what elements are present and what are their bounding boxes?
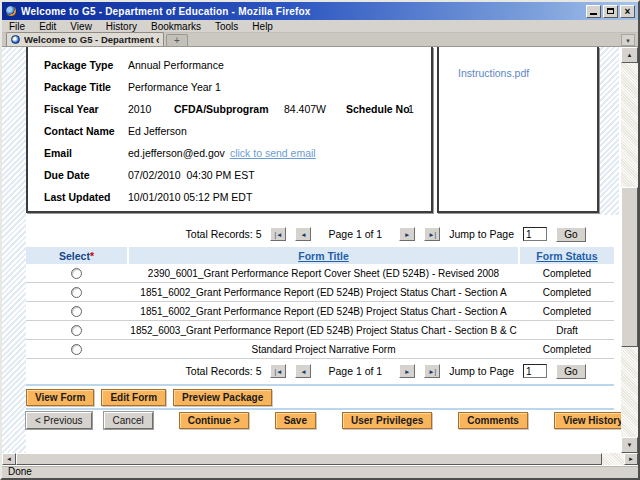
page-indicator: Page 1 of 1 xyxy=(328,228,382,240)
due-date-value: 07/02/2010 04:30 PM EST xyxy=(128,169,255,183)
package-title-value: Performance Year 1 xyxy=(128,81,221,95)
view-form-button[interactable]: View Form xyxy=(26,389,94,406)
page-actions-row: < Previous Cancel Continue > Save User P… xyxy=(26,412,632,429)
first-page-icon: |◄ xyxy=(274,231,282,238)
fiscal-year-value: 2010 xyxy=(128,103,174,117)
comments-button[interactable]: Comments xyxy=(458,412,528,429)
row-radio-button[interactable] xyxy=(71,344,82,355)
instructions-pdf-link[interactable]: Instructions.pdf xyxy=(458,67,529,79)
go-button[interactable]: Go xyxy=(556,227,586,242)
jump-to-page-input[interactable] xyxy=(523,227,547,241)
previous-button[interactable]: < Previous xyxy=(26,412,92,429)
prev-page-icon: ◄ xyxy=(300,368,306,375)
menu-edit[interactable]: Edit xyxy=(32,20,63,33)
last-page-icon: ►| xyxy=(428,368,436,375)
user-privileges-button[interactable]: User Privileges xyxy=(342,412,432,429)
menu-file[interactable]: File xyxy=(6,20,32,33)
tab-bar: Welcome to G5 - Department of Edu... + ▾ xyxy=(2,33,638,47)
globe-favicon-icon xyxy=(11,35,20,44)
row-radio-button[interactable] xyxy=(71,268,82,279)
cfda-label: CFDA/Subprogram xyxy=(174,103,284,117)
continue-button[interactable]: Continue > xyxy=(179,412,249,429)
jump-to-page-label: Jump to Page xyxy=(449,228,514,240)
last-page-icon: ►| xyxy=(428,231,436,238)
form-status-cell: Draft xyxy=(520,325,614,336)
row-radio-button[interactable] xyxy=(71,306,82,317)
first-page-button[interactable]: |◄ xyxy=(270,227,286,241)
first-page-icon: |◄ xyxy=(274,368,282,375)
form-status-cell: Completed xyxy=(520,344,614,355)
scroll-right-button[interactable]: ► xyxy=(624,453,638,465)
preview-package-button[interactable]: Preview Package xyxy=(173,389,272,406)
first-page-button[interactable]: |◄ xyxy=(270,364,286,378)
table-row: Standard Project Narrative Form Complete… xyxy=(26,340,614,359)
horizontal-scrollbar[interactable]: ◄ ► xyxy=(2,453,638,465)
go-button[interactable]: Go xyxy=(556,364,586,379)
next-page-button[interactable]: ► xyxy=(399,227,415,241)
right-margin-pattern xyxy=(599,47,619,215)
jump-to-page-input[interactable] xyxy=(523,364,547,378)
form-title-sort-link[interactable]: Form Title xyxy=(298,250,349,262)
arrow-left-icon: ◄ xyxy=(6,456,12,462)
restore-button[interactable] xyxy=(603,5,618,18)
total-records-label: Total Records: 5 xyxy=(186,365,262,377)
row-radio-button[interactable] xyxy=(71,325,82,336)
last-page-button[interactable]: ►| xyxy=(424,364,440,378)
cancel-button[interactable]: Cancel xyxy=(104,412,153,429)
schedule-no-label: Schedule No xyxy=(346,103,408,117)
close-button[interactable]: × xyxy=(620,5,635,18)
email-label: Email xyxy=(44,147,128,161)
form-status-cell: Completed xyxy=(520,306,614,317)
select-header-label: Select xyxy=(59,250,90,262)
scroll-left-button[interactable]: ◄ xyxy=(2,453,16,465)
prev-page-button[interactable]: ◄ xyxy=(295,364,311,378)
last-updated-value: 10/01/2010 05:12 PM EDT xyxy=(128,191,252,205)
last-page-button[interactable]: ►| xyxy=(424,227,440,241)
table-row: 1852_6003_Grant Performance Report (ED 5… xyxy=(26,321,614,340)
plus-icon: + xyxy=(174,35,180,46)
contact-name-value: Ed Jefferson xyxy=(128,125,187,139)
new-tab-button[interactable]: + xyxy=(166,34,188,46)
schedule-no-value: 1 xyxy=(408,103,414,117)
form-status-sort-link[interactable]: Form Status xyxy=(536,250,597,262)
tab-welcome-g5[interactable]: Welcome to G5 - Department of Edu... xyxy=(6,32,164,46)
scroll-down-button[interactable]: ▼ xyxy=(621,437,638,453)
jump-to-page-label: Jump to Page xyxy=(449,365,514,377)
menu-history[interactable]: History xyxy=(99,20,144,33)
table-row: 1851_6002_Grant Performance Report (ED 5… xyxy=(26,283,614,302)
scroll-up-button[interactable]: ▲ xyxy=(621,47,638,63)
cfda-value: 84.407W xyxy=(284,103,346,117)
send-email-link[interactable]: click to send email xyxy=(230,147,316,161)
row-radio-button[interactable] xyxy=(71,287,82,298)
contact-name-row: Contact Name Ed Jefferson xyxy=(44,125,425,139)
next-page-icon: ► xyxy=(404,368,410,375)
next-page-button[interactable]: ► xyxy=(399,364,415,378)
table-row: 1851_6002_Grant Performance Report (ED 5… xyxy=(26,302,614,321)
menu-tools[interactable]: Tools xyxy=(208,20,245,33)
package-title-label: Package Title xyxy=(44,81,128,95)
vertical-scroll-thumb[interactable] xyxy=(621,187,638,347)
window-title: Welcome to G5 - Department of Education … xyxy=(21,6,586,17)
horizontal-scroll-thumb[interactable] xyxy=(16,453,602,465)
total-records-label: Total Records: 5 xyxy=(186,228,262,240)
menu-help[interactable]: Help xyxy=(245,20,280,33)
prev-page-button[interactable]: ◄ xyxy=(295,227,311,241)
package-title-row: Package Title Performance Year 1 xyxy=(44,81,425,95)
last-updated-label: Last Updated xyxy=(44,191,128,205)
edit-form-button[interactable]: Edit Form xyxy=(101,389,166,406)
email-value: ed.jefferson@ed.gov xyxy=(128,147,225,161)
save-button[interactable]: Save xyxy=(275,412,316,429)
form-title-cell: 1851_6002_Grant Performance Report (ED 5… xyxy=(127,287,520,298)
minimize-button[interactable] xyxy=(586,5,601,18)
list-tabs-button[interactable]: ▾ xyxy=(621,34,635,46)
menu-view[interactable]: View xyxy=(63,20,99,33)
form-title-cell: 1852_6003_Grant Performance Report (ED 5… xyxy=(127,325,520,336)
package-type-row: Package Type Annual Performance xyxy=(44,59,425,73)
package-type-label: Package Type xyxy=(44,59,128,73)
form-status-cell: Completed xyxy=(520,268,614,279)
menu-bookmarks[interactable]: Bookmarks xyxy=(144,20,208,33)
vertical-scrollbar[interactable]: ▲ ▼ xyxy=(621,47,638,453)
left-margin-pattern xyxy=(2,47,26,453)
instructions-panel: Instructions.pdf xyxy=(437,47,599,213)
pagination-top: Total Records: 5 |◄ ◄ Page 1 of 1 ► ►| J… xyxy=(26,225,586,243)
